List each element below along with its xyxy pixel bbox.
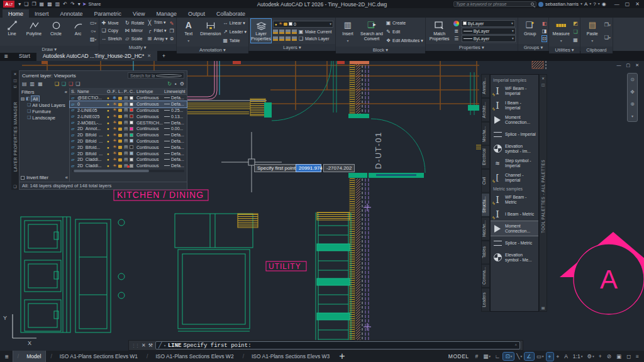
new-file-icon[interactable]: ❏ bbox=[24, 0, 28, 8]
panel-label-utilities[interactable]: Utilities ▾ bbox=[549, 47, 580, 53]
layer-row[interactable]: 2D_Bifold... Continuous Defa... bbox=[70, 144, 187, 150]
tracking-icon[interactable]: ╲▾ bbox=[514, 353, 524, 360]
panel-label-annotation[interactable]: Annotation ▾ bbox=[177, 47, 248, 53]
crosshair-toggle-icon[interactable]: + bbox=[597, 353, 604, 360]
layer-plot-icon[interactable] bbox=[124, 126, 130, 131]
customize-qat-icon[interactable]: ▾ bbox=[78, 0, 80, 8]
layer-lineweight[interactable]: Defa... bbox=[164, 96, 187, 100]
layer-linetype[interactable]: Continuous bbox=[136, 114, 164, 119]
layer-states-icon[interactable]: ▦ bbox=[38, 81, 43, 87]
layer-tool-icon[interactable] bbox=[292, 30, 297, 34]
panel-label-modify[interactable]: Modify ▾ bbox=[99, 44, 176, 51]
user-avatar[interactable] bbox=[538, 2, 543, 7]
layout-tab[interactable]: ISO A1-Plans Sections Elevs W3 bbox=[238, 351, 335, 362]
tool-item[interactable]: Moment Connection... bbox=[491, 221, 538, 236]
tool-palette-tab[interactable]: Tables bbox=[481, 241, 490, 265]
ribbon-tab[interactable]: Output bbox=[182, 9, 211, 18]
menu-down-icon[interactable]: ▾ bbox=[18, 0, 21, 8]
layer-lineweight[interactable]: Defa... bbox=[164, 151, 187, 156]
modify-button[interactable]: ╳Trim ▾ bbox=[147, 19, 167, 27]
command-expand-icon[interactable]: ˄ bbox=[514, 343, 517, 348]
block-button[interactable]: ❖Edit Attributes ▾ bbox=[386, 36, 423, 45]
ortho-icon[interactable]: ∟ bbox=[493, 353, 502, 360]
layer-row[interactable]: 2D_Annot... Continuous 0.00... bbox=[70, 126, 187, 132]
color-select[interactable]: ByLayer▾ bbox=[461, 20, 515, 27]
ribbon-tab[interactable]: Insert bbox=[29, 9, 55, 18]
layer-color-swatch[interactable] bbox=[130, 145, 133, 149]
tool-item[interactable]: WF Beam - Imperial bbox=[491, 84, 538, 98]
annotation-button[interactable]: ↗Leader ▾ bbox=[223, 28, 247, 36]
annotation-button[interactable]: ↔Linear ▾ bbox=[223, 19, 247, 28]
layer-linetype[interactable]: Continuous bbox=[136, 96, 164, 100]
layer-lineweight[interactable]: Defa... bbox=[164, 102, 187, 106]
layer-color-swatch[interactable] bbox=[130, 121, 133, 124]
group-edit-icon[interactable]: ◨ bbox=[542, 28, 547, 34]
measure-button[interactable]: Measure ▾ bbox=[551, 19, 571, 45]
modify-button[interactable]: ▱Scale bbox=[125, 35, 145, 43]
layer-plot-icon[interactable] bbox=[124, 145, 130, 150]
layer-lineweight[interactable]: 0.13... bbox=[164, 114, 187, 119]
isolate-icon[interactable]: ▪ bbox=[175, 81, 177, 87]
tool-palette-tab[interactable]: Hatche... bbox=[481, 217, 490, 241]
layer-tool-icon[interactable] bbox=[273, 36, 278, 41]
recent-commands-icon[interactable]: ▾ bbox=[164, 343, 166, 348]
block-button[interactable]: ✎Edit bbox=[386, 28, 423, 36]
doc-close-icon[interactable]: ✕ bbox=[635, 63, 639, 68]
layout-menu-icon[interactable]: ≡ bbox=[3, 353, 11, 360]
redo-icon[interactable]: ↷ bbox=[70, 0, 75, 8]
layer-row[interactable]: 2D_Bifold_... Continuous Defa... bbox=[70, 132, 187, 138]
pan-icon[interactable]: ✥ bbox=[630, 89, 635, 95]
tab-document[interactable]: Autodesk AutoCAD ...Tiny_House-2D_HC* ✕ bbox=[36, 51, 157, 61]
collapse-filters-icon[interactable]: « bbox=[65, 89, 67, 95]
annotation-button[interactable]: ▦Table bbox=[223, 36, 247, 45]
filter-tree-item[interactable]: ❏Furniture bbox=[19, 108, 69, 114]
layer-linetype[interactable]: Continuous bbox=[136, 139, 164, 143]
grid-icon[interactable]: # bbox=[474, 353, 481, 360]
layer-list-header[interactable]: S.NameO..F..L..P..C..LinetypeLineweight bbox=[70, 88, 187, 95]
command-tools-icon[interactable]: ⚒ bbox=[148, 343, 153, 348]
tool-item[interactable]: Splice - Metric bbox=[491, 236, 538, 250]
clean-screen-icon[interactable]: ◻ bbox=[625, 353, 633, 360]
minimize-icon[interactable]: — bbox=[614, 0, 619, 8]
tool-palette-tab[interactable]: Comma... bbox=[481, 264, 490, 288]
polar-tracking-icon[interactable]: ∠ bbox=[525, 353, 534, 360]
tool-item[interactable]: Elevation symbol - Me... bbox=[491, 250, 538, 265]
text-button[interactable]: A Text ▾ bbox=[179, 19, 199, 45]
palette-close-icon[interactable]: ✕ bbox=[13, 72, 16, 76]
explode-icon[interactable]: ❐ bbox=[170, 28, 174, 34]
paste-button[interactable]: ▤ Paste ▾ bbox=[582, 19, 602, 45]
line-button[interactable]: Line bbox=[2, 19, 22, 45]
layer-linetype[interactable]: GESTRICH... bbox=[136, 121, 164, 125]
linetype-select[interactable]: ByLayer▾ bbox=[462, 35, 516, 42]
tool-palette-tab[interactable]: Mecha... bbox=[481, 122, 490, 146]
layer-on-icon[interactable] bbox=[107, 126, 113, 131]
command-grip-handle[interactable]: ⋮⋮ bbox=[131, 343, 139, 348]
tool-palette-tab[interactable]: Structu... bbox=[481, 193, 490, 217]
panel-label-clipboard[interactable]: Clipboard bbox=[580, 47, 613, 53]
restore-icon[interactable]: ▢ bbox=[625, 0, 630, 8]
new-tab-button[interactable]: + bbox=[157, 51, 170, 61]
layer-freeze-icon[interactable] bbox=[113, 126, 118, 131]
modify-button[interactable]: ↔Stretch bbox=[101, 35, 122, 43]
save-as-icon[interactable]: ▩ bbox=[47, 0, 52, 8]
tool-palette-tab[interactable]: Civil bbox=[481, 169, 490, 193]
match-properties-button[interactable]: Match Properties bbox=[428, 19, 452, 43]
layer-row[interactable]: @SECTIO... Continuous Defa... bbox=[70, 95, 187, 101]
layer-linetype[interactable]: Continuous bbox=[136, 151, 164, 156]
layer-on-icon[interactable] bbox=[107, 151, 113, 156]
settings-gear-icon[interactable]: ⚙ bbox=[180, 81, 184, 87]
tool-palette-tab[interactable]: Electrical bbox=[481, 145, 490, 169]
layer-linetype[interactable]: Continuous bbox=[136, 157, 164, 162]
layer-lock-icon[interactable] bbox=[118, 134, 122, 137]
cut-clip-icon[interactable]: ❏▾ bbox=[604, 34, 611, 42]
palette-autohide-icon[interactable]: ◫ bbox=[541, 82, 545, 87]
ungroup-icon[interactable]: ◧ bbox=[542, 21, 547, 26]
invert-filter-checkbox[interactable] bbox=[21, 176, 25, 180]
layer-lock-icon[interactable] bbox=[118, 146, 122, 149]
layer-color-swatch[interactable] bbox=[130, 127, 133, 131]
layer-linetype[interactable]: Continuous bbox=[136, 163, 164, 168]
tool-palette-tab[interactable]: Leaders bbox=[481, 288, 490, 312]
navbar-more-icon[interactable]: ▾ bbox=[631, 114, 633, 118]
layer-lock-icon[interactable] bbox=[118, 158, 122, 162]
layer-tool-icon[interactable] bbox=[286, 36, 291, 41]
